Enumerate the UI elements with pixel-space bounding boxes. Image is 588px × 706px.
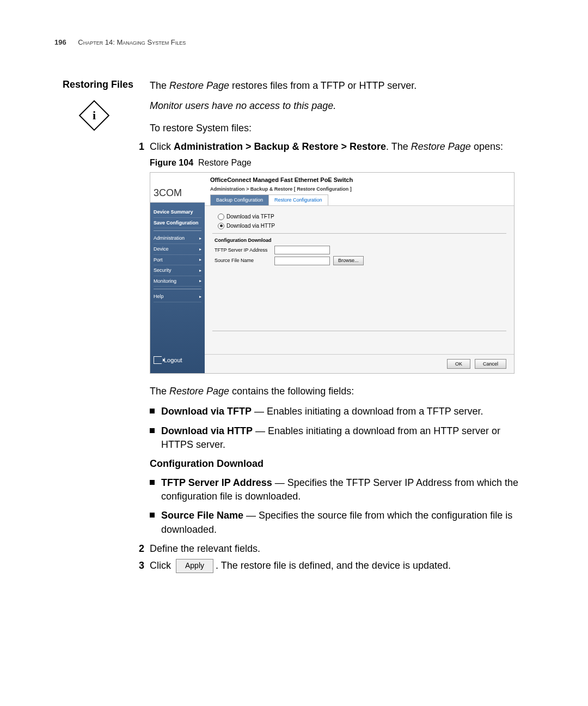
sidebar-item-summary[interactable]: Device Summary	[154, 207, 201, 218]
input-tftp-ip[interactable]	[274, 246, 330, 254]
figure-caption: Figure 104 Restore Page	[150, 157, 534, 169]
after-figure-text: The Restore Page contains the following …	[150, 385, 534, 398]
section-heading: Restoring Files	[63, 79, 133, 90]
apply-button-graphic: Apply	[176, 559, 213, 573]
bullet-item: Download via HTTP — Enables initiating a…	[150, 424, 534, 452]
chapter-title: Chapter 14: Managing System Files	[78, 38, 186, 46]
sidebar: 3COM Device Summary Save Configuration A…	[150, 173, 205, 373]
ok-button[interactable]: OK	[447, 359, 470, 369]
radio-icon	[218, 223, 224, 229]
bullet-icon	[150, 480, 155, 485]
sidebar-item-admin[interactable]: Administration	[154, 233, 201, 244]
radio-tftp[interactable]: Download via TFTP	[218, 213, 506, 221]
intro-text: The Restore Page restores files from a T…	[150, 79, 534, 93]
note-text: Monitor users have no access to this pag…	[150, 99, 534, 113]
logout-icon	[154, 356, 162, 364]
sidebar-item-monitoring[interactable]: Monitoring	[154, 276, 201, 287]
lead-text: To restore System files:	[150, 121, 534, 135]
logo: 3COM	[150, 173, 205, 203]
sidebar-item-help[interactable]: Help	[154, 291, 201, 302]
sidebar-item-security[interactable]: Security	[154, 265, 201, 276]
page: 196 Chapter 14: Managing System Files Re…	[0, 0, 588, 706]
cancel-button[interactable]: Cancel	[475, 359, 506, 369]
bullet-icon	[150, 409, 155, 413]
radio-icon	[218, 214, 224, 220]
main-panel: OfficeConnect Managed Fast Ethernet PoE …	[205, 173, 514, 373]
step-number: 2	[131, 542, 150, 556]
tab-backup[interactable]: Backup Configuration	[210, 194, 269, 205]
step-1-text: Click Administration > Backup & Restore …	[150, 140, 503, 154]
breadcrumb: Administration > Backup & Restore [ Rest…	[210, 186, 509, 193]
running-header: 196 Chapter 14: Managing System Files	[54, 38, 534, 46]
subheading: Configuration Download	[150, 457, 534, 471]
step-3-text: Click Apply. The restore file is defined…	[150, 559, 451, 573]
sidebar-item-save[interactable]: Save Configuration	[154, 218, 201, 229]
info-icon: i	[78, 100, 109, 131]
sidebar-item-port[interactable]: Port	[154, 255, 201, 266]
bullet-item: Download via TFTP — Enables initiating a…	[150, 405, 534, 418]
bullet-icon	[150, 513, 155, 518]
label-source-file: Source File Name	[215, 257, 274, 264]
label-tftp-ip: TFTP Server IP Address	[215, 247, 274, 254]
bullet-item: TFTP Server IP Address — Specifies the T…	[150, 476, 534, 503]
browse-button[interactable]: Browse...	[333, 256, 364, 265]
step-2-text: Define the relevant fields.	[150, 542, 260, 556]
input-source-file[interactable]	[274, 257, 330, 265]
sidebar-item-device[interactable]: Device	[154, 244, 201, 255]
bullet-icon	[150, 428, 155, 433]
radio-http[interactable]: Download via HTTP	[218, 222, 506, 230]
app-title: OfficeConnect Managed Fast Ethernet PoE …	[210, 176, 509, 184]
restore-page-screenshot: 3COM Device Summary Save Configuration A…	[150, 172, 514, 374]
bullet-item: Source File Name — Specifies the source …	[150, 509, 534, 536]
step-number: 3	[131, 559, 150, 573]
page-number: 196	[54, 38, 66, 46]
config-download-heading: Configuration Download	[215, 237, 506, 244]
logout-button[interactable]: Logout	[154, 352, 201, 369]
tab-restore[interactable]: Restore Configuration	[268, 194, 328, 205]
step-number: 1	[131, 140, 150, 154]
